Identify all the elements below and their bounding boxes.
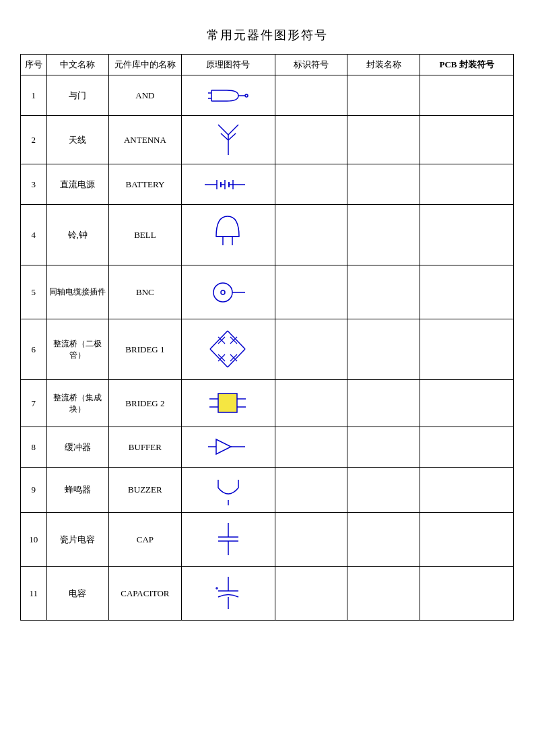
id-1	[275, 75, 347, 116]
pkg-6	[347, 319, 420, 380]
seq-3: 3	[21, 164, 47, 205]
svg-line-28	[228, 349, 245, 367]
pcb-6	[420, 319, 514, 380]
svg-point-25	[221, 290, 225, 294]
id-5	[275, 265, 347, 319]
name-10: CAP	[108, 513, 181, 567]
table-row: 3 直流电源 BATTERY	[21, 164, 514, 205]
pcb-5	[420, 265, 514, 319]
pkg-2	[347, 116, 420, 164]
pcb-2	[420, 116, 514, 164]
table-row: 11 电容 CAPACITOR	[21, 567, 514, 621]
table-row: 1 与门 AND	[21, 75, 514, 116]
seq-4: 4	[21, 205, 47, 265]
pkg-1	[347, 75, 420, 116]
name-11: CAPACITOR	[108, 567, 181, 621]
name-9: BUZZER	[108, 468, 181, 513]
id-6	[275, 319, 347, 380]
pcb-7	[420, 380, 514, 427]
cn-3: 直流电源	[46, 164, 108, 205]
svg-line-29	[210, 349, 228, 367]
symbol-7	[181, 380, 275, 427]
pcb-4	[420, 205, 514, 265]
seq-10: 10	[21, 513, 47, 567]
table-row: 4 铃,钟 BELL	[21, 205, 514, 265]
id-4	[275, 205, 347, 265]
pcb-10	[420, 513, 514, 567]
svg-point-6	[245, 94, 248, 97]
id-2	[275, 116, 347, 164]
pkg-8	[347, 427, 420, 468]
pkg-7	[347, 380, 420, 427]
svg-point-24	[213, 283, 232, 302]
svg-rect-39	[218, 393, 237, 412]
cn-9: 蜂鸣器	[46, 468, 108, 513]
symbol-10	[181, 513, 275, 567]
cn-5: 同轴电缆接插件	[46, 265, 108, 319]
pcb-8	[420, 427, 514, 468]
cn-11: 电容	[46, 567, 108, 621]
name-2: ANTENNA	[108, 116, 181, 164]
name-1: AND	[108, 75, 181, 116]
symbol-8	[181, 427, 275, 468]
pkg-11	[347, 567, 420, 621]
name-6: BRIDEG 1	[108, 319, 181, 380]
symbol-11	[181, 567, 275, 621]
header-cn-name: 中文名称	[46, 55, 108, 75]
table-row: 7 整流桥（集成块） BRIDEG 2	[21, 380, 514, 427]
seq-8: 8	[21, 427, 47, 468]
svg-line-11	[228, 133, 236, 140]
pkg-9	[347, 468, 420, 513]
header-pkg-name: 封装名称	[347, 55, 420, 75]
svg-line-9	[228, 125, 238, 135]
table-row: 2 天线 ANTENNA	[21, 116, 514, 164]
components-table: 序号 中文名称 元件库中的名称 原理图符号 标识符号 封装名称 PCB 封装符号…	[20, 54, 514, 621]
name-3: BATTERY	[108, 164, 181, 205]
pcb-1	[420, 75, 514, 116]
cn-2: 天线	[46, 116, 108, 164]
symbol-4	[181, 205, 275, 265]
pcb-3	[420, 164, 514, 205]
cn-4: 铃,钟	[46, 205, 108, 265]
seq-2: 2	[21, 116, 47, 164]
id-11	[275, 567, 347, 621]
cn-7: 整流桥（集成块）	[46, 380, 108, 427]
svg-line-10	[221, 133, 228, 140]
pkg-4	[347, 205, 420, 265]
header-lib-name: 元件库中的名称	[108, 55, 181, 75]
cn-10: 瓷片电容	[46, 513, 108, 567]
svg-line-27	[228, 331, 245, 349]
pcb-11	[420, 567, 514, 621]
symbol-1	[181, 75, 275, 116]
table-row: 9 蜂鸣器 BUZZER	[21, 468, 514, 513]
symbol-6	[181, 319, 275, 380]
cn-8: 缓冲器	[46, 427, 108, 468]
table-row: 10 瓷片电容 CAP	[21, 513, 514, 567]
id-8	[275, 427, 347, 468]
svg-marker-45	[216, 439, 231, 454]
name-8: BUFFER	[108, 427, 181, 468]
pkg-10	[347, 513, 420, 567]
cn-1: 与门	[46, 75, 108, 116]
id-7	[275, 380, 347, 427]
pkg-5	[347, 265, 420, 319]
symbol-5	[181, 265, 275, 319]
cn-6: 整流桥（二极管）	[46, 319, 108, 380]
svg-line-30	[210, 331, 228, 349]
header-schematic: 原理图符号	[181, 55, 275, 75]
header-id-symbol: 标识符号	[275, 55, 347, 75]
seq-5: 5	[21, 265, 47, 319]
name-7: BRIDEG 2	[108, 380, 181, 427]
name-5: BNC	[108, 265, 181, 319]
header-pcb-symbol: PCB 封装符号	[420, 55, 514, 75]
seq-1: 1	[21, 75, 47, 116]
symbol-9	[181, 468, 275, 513]
table-row: 6 整流桥（二极管） BRIDEG 1	[21, 319, 514, 380]
header-seq: 序号	[21, 55, 47, 75]
seq-11: 11	[21, 567, 47, 621]
name-4: BELL	[108, 205, 181, 265]
table-row: 8 缓冲器 BUFFER	[21, 427, 514, 468]
seq-6: 6	[21, 319, 47, 380]
page-title: 常用元器件图形符号	[20, 27, 514, 43]
symbol-3	[181, 164, 275, 205]
